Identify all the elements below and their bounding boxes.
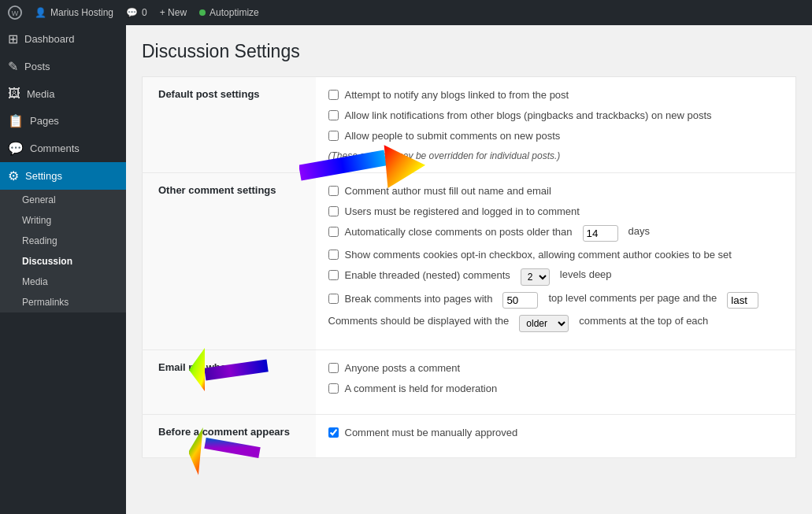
site-name-item[interactable]: 👤 Marius Hosting <box>35 7 113 18</box>
option-threaded: Enable threaded (nested) comments 2345 l… <box>328 268 788 286</box>
option-break-pages: Break comments into pages with top level… <box>328 292 788 309</box>
held-moderation-checkbox[interactable] <box>328 383 339 394</box>
option-allow-comments: Allow people to submit comments on new p… <box>328 129 788 143</box>
display-order-select[interactable]: older newer <box>519 315 569 332</box>
section-label-default-post: Default post settings <box>143 77 316 173</box>
sidebar-item-settings[interactable]: ⚙ Settings <box>0 162 126 190</box>
submenu-media[interactable]: Media <box>0 272 126 292</box>
auto-close-checkbox[interactable] <box>328 227 339 237</box>
admin-bar: W 👤 Marius Hosting 💬 0 + New Autoptimize <box>0 0 812 25</box>
manually-approved-label: Comment must be manually approved <box>345 426 518 440</box>
threaded-checkbox[interactable] <box>328 270 339 280</box>
section-label-other-comment: Other comment settings <box>143 172 316 350</box>
svg-text:W: W <box>12 9 19 17</box>
pages-icon: 📋 <box>8 113 24 128</box>
option-auto-close: Automatically close comments on posts ol… <box>328 225 788 242</box>
new-item[interactable]: + New <box>160 7 187 18</box>
user-icon: 👤 <box>35 7 46 18</box>
registered-label: Users must be registered and logged in t… <box>345 205 580 219</box>
section-label-before-comment: Before a comment appears <box>143 414 316 457</box>
option-display-order: Comments should be displayed with the ol… <box>328 315 788 332</box>
autoptimize-status-dot <box>199 9 206 16</box>
option-allow-notifications: Allow link notifications from other blog… <box>328 109 788 123</box>
section-options-before-comment: Comment must be manually approved <box>316 414 796 457</box>
settings-submenu: General Writing Reading Discussion Media… <box>0 190 126 312</box>
comments-item[interactable]: 💬 0 <box>126 7 147 18</box>
option-manually-approved: Comment must be manually approved <box>328 426 788 440</box>
display-order-label: Comments should be displayed with the <box>328 315 510 327</box>
section-other-comment-settings: Other comment settings Comment author mu… <box>143 172 796 350</box>
break-pages-checkbox[interactable] <box>328 294 339 304</box>
sidebar-item-posts[interactable]: ✎ Posts <box>0 53 126 80</box>
sidebar-item-comments[interactable]: 💬 Comments <box>0 135 126 162</box>
section-options-email: Anyone posts a comment A comment is held… <box>316 350 796 414</box>
break-pages-label: Break comments into pages with <box>345 292 493 306</box>
allow-notifications-checkbox[interactable] <box>328 110 339 120</box>
cookies-opt-checkbox[interactable] <box>328 250 339 260</box>
cookies-opt-label: Show comments cookies opt-in checkbox, a… <box>345 248 732 262</box>
section-options-other-comment: Comment author must fill out name and em… <box>316 172 796 350</box>
default-post-note: (These settings may be overridden for in… <box>328 150 788 161</box>
option-notify-blogs: Attempt to notify any blogs linked to fr… <box>328 88 788 102</box>
comments-icon: 💬 <box>126 7 138 18</box>
auto-close-days-suffix: days <box>628 225 650 237</box>
notify-blogs-checkbox[interactable] <box>328 90 339 100</box>
option-anyone-posts: Anyone posts a comment <box>328 361 788 375</box>
section-options-default-post: Attempt to notify any blogs linked to fr… <box>316 77 796 173</box>
anyone-posts-checkbox[interactable] <box>328 363 339 373</box>
break-pages-count-input[interactable] <box>502 292 538 309</box>
section-default-post-settings: Default post settings Attempt to notify … <box>143 77 796 173</box>
threaded-label: Enable threaded (nested) comments <box>345 268 510 283</box>
sidebar-item-dashboard[interactable]: ⊞ Dashboard <box>0 25 126 53</box>
wp-logo-item[interactable]: W <box>8 6 22 20</box>
display-order-suffix: comments at the top of each <box>579 315 708 327</box>
option-cookies-opt: Show comments cookies opt-in checkbox, a… <box>328 248 788 262</box>
allow-notifications-label: Allow link notifications from other blog… <box>345 109 712 123</box>
media-icon: 🖼 <box>8 87 20 101</box>
author-fill-label: Comment author must fill out name and em… <box>345 184 551 198</box>
registered-checkbox[interactable] <box>328 206 339 216</box>
option-held-moderation: A comment is held for moderation <box>328 382 788 396</box>
submenu-discussion[interactable]: Discussion <box>0 251 126 272</box>
wp-logo-icon: W <box>8 6 22 20</box>
autoptimize-item[interactable]: Autoptimize <box>199 7 259 18</box>
option-registered: Users must be registered and logged in t… <box>328 205 788 219</box>
content-wrapper: Discussion Settings <box>142 41 796 458</box>
sidebar-item-media[interactable]: 🖼 Media <box>0 80 126 107</box>
author-fill-checkbox[interactable] <box>328 186 339 196</box>
submenu-reading[interactable]: Reading <box>0 231 126 251</box>
threaded-suffix: levels deep <box>560 268 612 280</box>
break-pages-order-input[interactable] <box>727 292 758 309</box>
submenu-general[interactable]: General <box>0 190 126 210</box>
settings-table: Default post settings Attempt to notify … <box>142 76 796 458</box>
auto-close-label-start: Automatically close comments on posts ol… <box>345 225 573 239</box>
section-email-whenever: Email me whenever Anyone posts a comment… <box>143 350 796 414</box>
submenu-writing[interactable]: Writing <box>0 210 126 231</box>
content-area: Discussion Settings <box>126 25 812 514</box>
manually-approved-checkbox[interactable] <box>328 427 339 438</box>
anyone-posts-label: Anyone posts a comment <box>345 361 461 375</box>
option-author-fill: Comment author must fill out name and em… <box>328 184 788 198</box>
page-title: Discussion Settings <box>142 41 796 62</box>
threaded-levels-select[interactable]: 2345 <box>521 268 550 286</box>
settings-icon: ⚙ <box>8 168 19 183</box>
allow-comments-checkbox[interactable] <box>328 131 339 141</box>
dashboard-icon: ⊞ <box>8 31 18 46</box>
auto-close-days-input[interactable] <box>583 225 618 242</box>
submenu-permalinks[interactable]: Permalinks <box>0 292 126 312</box>
section-label-email: Email me whenever <box>143 350 316 414</box>
main-layout: ⊞ Dashboard ✎ Posts 🖼 Media 📋 Pages 💬 Co… <box>0 25 812 514</box>
allow-comments-label: Allow people to submit comments on new p… <box>345 129 561 143</box>
held-moderation-label: A comment is held for moderation <box>345 382 498 396</box>
notify-blogs-label: Attempt to notify any blogs linked to fr… <box>345 88 569 102</box>
section-before-comment: Before a comment appears Comment must be… <box>143 414 796 457</box>
comments-sidebar-icon: 💬 <box>8 141 24 156</box>
break-pages-suffix: top level comments per page and the <box>548 292 717 304</box>
posts-icon: ✎ <box>8 59 18 74</box>
sidebar-item-pages[interactable]: 📋 Pages <box>0 107 126 135</box>
sidebar: ⊞ Dashboard ✎ Posts 🖼 Media 📋 Pages 💬 Co… <box>0 25 126 514</box>
